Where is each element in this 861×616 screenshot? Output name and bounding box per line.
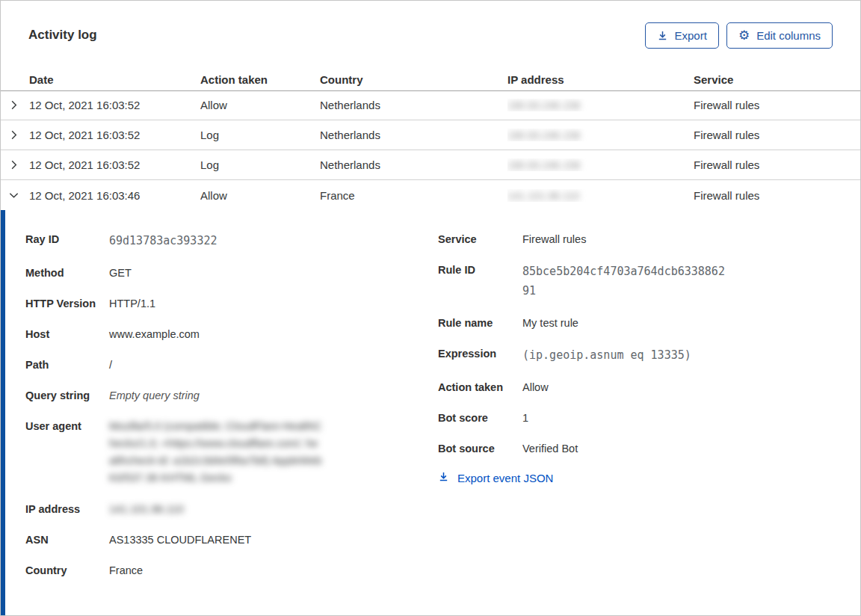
field-label: Ray ID bbox=[25, 231, 109, 250]
row-service: Firewall rules bbox=[694, 129, 860, 141]
row-service: Firewall rules bbox=[694, 158, 860, 171]
field-value: Verified Bot bbox=[522, 440, 578, 457]
field-label: Rule name bbox=[438, 315, 522, 331]
field-label: Host bbox=[25, 326, 109, 342]
field-value: France bbox=[109, 562, 143, 579]
chevron-down-icon[interactable] bbox=[1, 190, 29, 201]
detail-field-expression: Expression (ip.geoip.asnum eq 13335) bbox=[438, 345, 860, 365]
column-header-service: Service bbox=[694, 73, 860, 86]
detail-field-asn: ASN AS13335 CLOUDFLARENET bbox=[25, 532, 438, 548]
export-event-json-link[interactable]: Export event JSON bbox=[438, 471, 860, 484]
row-action: Log bbox=[200, 129, 320, 141]
field-label: Bot source bbox=[438, 440, 522, 457]
detail-field-bot-source: Bot source Verified Bot bbox=[438, 440, 860, 457]
activity-log-panel: Activity log Export ⚙︎ Edit columns Date… bbox=[0, 0, 861, 616]
table-row[interactable]: 12 Oct, 2021 16:03:52 Log Netherlands 19… bbox=[1, 120, 860, 150]
export-button[interactable]: Export bbox=[645, 22, 719, 49]
row-ip-redacted: 190.93.246.158 bbox=[507, 159, 580, 171]
export-button-label: Export bbox=[675, 29, 707, 42]
column-header-country: Country bbox=[320, 73, 507, 86]
field-value: www.example.com bbox=[109, 326, 200, 342]
detail-field-user-agent: User agent Mozilla/5.0 (compatible; Clou… bbox=[25, 418, 438, 487]
field-label: ASN bbox=[25, 532, 109, 548]
topbar: Activity log Export ⚙︎ Edit columns bbox=[1, 1, 860, 70]
detail-field-path: Path / bbox=[25, 357, 438, 373]
detail-field-country: Country France bbox=[25, 562, 438, 579]
download-icon bbox=[438, 471, 449, 484]
row-date: 12 Oct, 2021 16:03:52 bbox=[29, 158, 200, 171]
event-detail-right-column: Service Firewall rules Rule ID 85bce5b20… bbox=[438, 231, 860, 484]
detail-field-method: Method GET bbox=[25, 265, 438, 281]
field-label: Rule ID bbox=[438, 262, 522, 301]
field-label: Expression bbox=[438, 345, 522, 365]
event-detail-panel: Ray ID 69d13783ac393322 Method GET HTTP … bbox=[1, 210, 860, 615]
row-service: Firewall rules bbox=[694, 189, 860, 202]
column-header-date: Date bbox=[29, 73, 200, 86]
field-value: 1 bbox=[522, 410, 528, 426]
download-icon bbox=[657, 30, 668, 41]
edit-columns-button-label: Edit columns bbox=[756, 29, 821, 42]
field-label: Service bbox=[438, 231, 522, 247]
table-header-row: Date Action taken Country IP address Ser… bbox=[1, 70, 860, 91]
field-label: Country bbox=[25, 562, 109, 579]
field-label: IP address bbox=[25, 501, 109, 517]
row-country: Netherlands bbox=[320, 129, 507, 141]
row-action: Allow bbox=[200, 99, 320, 111]
detail-field-bot-score: Bot score 1 bbox=[438, 410, 860, 426]
row-service: Firewall rules bbox=[694, 99, 860, 111]
field-value-redacted: Mozilla/5.0 (compatible; CloudFlare-Heal… bbox=[109, 418, 322, 487]
toolbar: Export ⚙︎ Edit columns bbox=[645, 22, 833, 49]
gear-icon: ⚙︎ bbox=[738, 29, 750, 42]
field-value: AS13335 CLOUDFLARENET bbox=[109, 532, 251, 548]
table-row-expanded[interactable]: 12 Oct, 2021 16:03:46 Allow France 141.1… bbox=[1, 180, 860, 210]
chevron-right-icon[interactable] bbox=[1, 99, 29, 111]
detail-field-host: Host www.example.com bbox=[25, 326, 438, 342]
row-country: France bbox=[320, 189, 507, 202]
field-value: / bbox=[109, 357, 112, 373]
column-header-ip-address: IP address bbox=[507, 73, 694, 86]
field-value: HTTP/1.1 bbox=[109, 295, 155, 312]
field-label: Action taken bbox=[438, 379, 522, 395]
detail-field-ip-address: IP address 141.101.96.110 bbox=[25, 501, 438, 517]
field-value: Allow bbox=[522, 379, 549, 395]
event-detail-left-column: Ray ID 69d13783ac393322 Method GET HTTP … bbox=[25, 231, 438, 593]
table-row[interactable]: 12 Oct, 2021 16:03:52 Allow Netherlands … bbox=[1, 91, 860, 121]
detail-field-ray-id: Ray ID 69d13783ac393322 bbox=[25, 231, 438, 250]
field-value-redacted: 141.101.96.110 bbox=[109, 501, 184, 517]
row-date: 12 Oct, 2021 16:03:46 bbox=[29, 189, 200, 202]
row-ip-redacted: 190.93.246.158 bbox=[507, 129, 580, 141]
row-country: Netherlands bbox=[320, 99, 507, 111]
field-label: Path bbox=[25, 357, 109, 373]
detail-field-service: Service Firewall rules bbox=[438, 231, 860, 247]
field-value: My test rule bbox=[522, 315, 578, 331]
row-action: Allow bbox=[200, 189, 320, 202]
chevron-right-icon[interactable] bbox=[1, 159, 29, 170]
detail-field-rule-id: Rule ID 85bce5b204cf4703a764dcb633886291 bbox=[438, 262, 860, 301]
chevron-right-icon[interactable] bbox=[1, 129, 29, 141]
field-label: HTTP Version bbox=[25, 295, 109, 312]
field-value: 69d13783ac393322 bbox=[109, 231, 217, 250]
edit-columns-button[interactable]: ⚙︎ Edit columns bbox=[726, 22, 833, 49]
field-label: Query string bbox=[25, 387, 109, 404]
field-label: Method bbox=[25, 265, 109, 281]
row-date: 12 Oct, 2021 16:03:52 bbox=[29, 99, 200, 111]
field-value: 85bce5b204cf4703a764dcb633886291 bbox=[522, 262, 730, 301]
detail-field-http-version: HTTP Version HTTP/1.1 bbox=[25, 295, 438, 312]
field-value: Firewall rules bbox=[522, 231, 586, 247]
export-event-json-label: Export event JSON bbox=[457, 472, 553, 484]
column-header-action-taken: Action taken bbox=[200, 73, 320, 86]
field-label: Bot score bbox=[438, 410, 522, 426]
row-action: Log bbox=[200, 158, 320, 171]
field-value: GET bbox=[109, 265, 132, 281]
field-value: (ip.geoip.asnum eq 13335) bbox=[522, 345, 691, 365]
field-label: User agent bbox=[25, 418, 109, 487]
row-ip-redacted: 141.101.96.110 bbox=[507, 190, 579, 202]
detail-field-query-string: Query string Empty query string bbox=[25, 387, 438, 404]
table-row[interactable]: 12 Oct, 2021 16:03:52 Log Netherlands 19… bbox=[1, 150, 860, 180]
detail-field-rule-name: Rule name My test rule bbox=[438, 315, 860, 331]
row-ip-redacted: 190.93.246.158 bbox=[507, 99, 580, 111]
row-date: 12 Oct, 2021 16:03:52 bbox=[29, 129, 200, 141]
page-title: Activity log bbox=[28, 28, 97, 43]
row-country: Netherlands bbox=[320, 158, 507, 171]
detail-field-action-taken: Action taken Allow bbox=[438, 379, 860, 395]
